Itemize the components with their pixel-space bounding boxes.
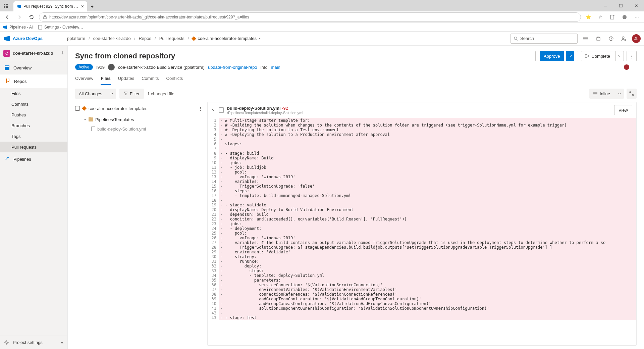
code-line: 28- TriggerSolutionUpgrade: $[ stageDepe… [208, 245, 636, 250]
tree-folder[interactable]: Pipelines/Templates [75, 115, 203, 124]
file-tree-root[interactable]: coe-alm-accelerator-templates [89, 106, 148, 111]
target-branch-link[interactable]: main [271, 65, 280, 70]
help-icon[interactable]: ? [606, 34, 616, 43]
approve-dropdown-icon[interactable] [566, 51, 574, 61]
nav-label: Branches [11, 123, 30, 128]
view-file-button[interactable]: View [614, 105, 632, 115]
profile-icon[interactable] [620, 12, 629, 22]
nav-repos[interactable]: Repos [0, 74, 67, 88]
diff-delta: -92 [282, 106, 288, 111]
code-line: 41- solutionComponentOwnershipConfigurat… [208, 306, 636, 311]
user-avatar[interactable]: JL [632, 34, 641, 43]
code-viewer[interactable]: 1-# Multi-stage starter template for:2-#… [208, 118, 636, 345]
code-line: 11- - job: buildjob [208, 165, 636, 170]
lock-icon [43, 15, 47, 19]
code-line: 2-# -Building the solution when changes … [208, 123, 636, 128]
code-line: 14- variables: [208, 179, 636, 184]
more-actions-button[interactable]: ⋮ [627, 51, 637, 61]
code-line: 22- condition: and(succeeded(), eq(varia… [208, 217, 636, 221]
forward-button[interactable] [15, 12, 24, 22]
svg-rect-18 [597, 38, 600, 40]
crumb-org[interactable]: pplatform [67, 36, 85, 41]
all-changes-dropdown[interactable]: All Changes [75, 89, 116, 99]
svg-rect-6 [44, 17, 46, 19]
svg-line-14 [517, 39, 518, 41]
fullscreen-button[interactable] [627, 89, 637, 99]
crumb-repos[interactable]: Repos [139, 36, 151, 41]
reviewer-avatar-icon[interactable] [624, 64, 629, 70]
nav-branches[interactable]: Branches [0, 120, 67, 131]
select-all-checkbox[interactable] [75, 106, 80, 111]
project-selector[interactable]: C coe-starter-kit-azdo + [0, 46, 67, 61]
project-settings-link[interactable]: Project settings [13, 340, 43, 345]
nav-label: Commits [11, 102, 29, 107]
nav-tags[interactable]: Tags [0, 131, 67, 142]
crumb-repo[interactable]: coe-alm-accelerator-templates [192, 36, 262, 41]
back-button[interactable] [3, 12, 12, 22]
nav-files[interactable]: Files [0, 88, 67, 99]
add-project-icon[interactable]: + [60, 50, 64, 57]
pr-tabs: Overview Files Updates Commits Conflicts [75, 76, 637, 85]
svg-marker-4 [17, 5, 21, 8]
file-tree-more-icon[interactable]: ⋮ [198, 106, 203, 111]
collapse-file-icon[interactable] [212, 108, 216, 112]
browser-menu-icon[interactable]: ⋯ [632, 12, 641, 22]
marketplace-icon[interactable] [594, 34, 603, 43]
browser-tab[interactable]: Pull request 929: Sync from clone… × [13, 1, 87, 11]
search-input[interactable]: Search [511, 34, 578, 44]
nav-pipelines[interactable]: Pipelines [0, 152, 67, 166]
tab-overview[interactable]: Overview [75, 76, 93, 85]
favorites-icon[interactable]: ☆ [596, 12, 605, 22]
nav-overview[interactable]: Overview [0, 61, 67, 74]
code-line: 36- serviceConnection: '$(ValidationServ… [208, 283, 636, 287]
nav-pushes[interactable]: Pushes [0, 109, 67, 120]
bookmark-item[interactable]: Pipelines - All [3, 25, 34, 30]
address-bar[interactable]: https://dev.azure.com/pplatform/coe-star… [39, 12, 581, 22]
crumb-project[interactable]: coe-starter-kit-azdo [93, 36, 131, 41]
ado-header: Azure DevOps pplatform / coe-starter-kit… [0, 32, 644, 46]
new-tab-button[interactable]: + [87, 1, 97, 11]
code-line: 3-# -Deploying the solution to a Test en… [208, 128, 636, 132]
inline-view-icon [593, 92, 598, 96]
window-close-icon[interactable]: ✕ [629, 0, 644, 11]
refresh-button[interactable] [27, 12, 36, 22]
ado-favicon-icon [17, 4, 21, 9]
source-branch-link[interactable]: update-from-original-repo [208, 65, 257, 70]
author-avatar-icon [108, 64, 115, 70]
file-icon [91, 127, 95, 131]
svg-rect-2 [4, 6, 5, 8]
nav-commits[interactable]: Commits [0, 99, 67, 109]
svg-marker-10 [3, 26, 7, 29]
inline-view-dropdown[interactable]: Inline [589, 89, 624, 99]
window-minimize-icon[interactable]: ─ [598, 0, 613, 11]
tab-conflicts[interactable]: Conflicts [166, 76, 183, 85]
window-maximize-icon[interactable]: ☐ [613, 0, 629, 11]
tab-updates[interactable]: Updates [118, 76, 134, 85]
svg-point-25 [6, 342, 8, 344]
pr-header: Sync from cloned repository Approve Comp… [68, 46, 644, 85]
code-line: 39- aadGroupTeamConfiguration: '$(Valida… [208, 297, 636, 301]
code-line: 12- pool: [208, 170, 636, 174]
chevron-down-icon [618, 92, 621, 95]
reading-list-icon[interactable]: ⭐ [584, 12, 593, 22]
tab-close-icon[interactable]: × [81, 4, 84, 9]
nav-pull-requests[interactable]: Pull requests [0, 142, 67, 152]
tree-file[interactable]: build-deploy-Solution.yml [75, 124, 203, 134]
merge-icon [585, 54, 589, 58]
tab-commits[interactable]: Commits [142, 76, 159, 85]
ado-logo[interactable]: Azure DevOps [3, 35, 67, 42]
user-settings-icon[interactable] [619, 34, 629, 43]
pipelines-icon [4, 156, 10, 162]
complete-button[interactable]: Complete [581, 51, 624, 61]
approve-button[interactable]: Approve [535, 51, 578, 61]
bookmark-item[interactable]: Settings - Overview… [38, 25, 83, 30]
collections-icon[interactable] [608, 12, 617, 22]
collapse-nav-icon[interactable]: « [61, 340, 63, 345]
tab-files[interactable]: Files [101, 76, 111, 85]
complete-dropdown-icon[interactable] [615, 51, 624, 61]
list-view-icon[interactable] [581, 34, 590, 43]
app-menu-icon[interactable] [0, 0, 11, 11]
filter-button[interactable]: Filter [119, 89, 144, 99]
browser-toolbar: https://dev.azure.com/pplatform/coe-star… [0, 11, 644, 23]
crumb-prs[interactable]: Pull requests [159, 36, 184, 41]
